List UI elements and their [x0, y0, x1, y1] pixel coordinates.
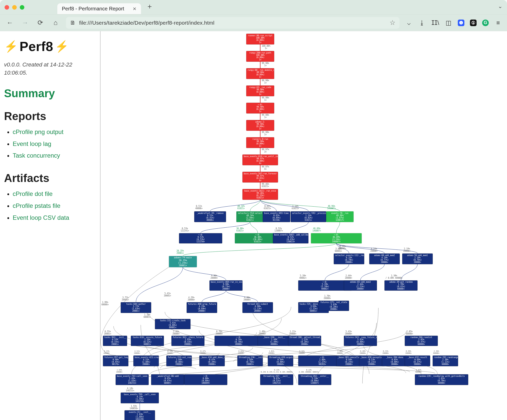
extension-grammarly-icon[interactable]: G [482, 20, 489, 26]
graph-node[interactable]: random:366:randint2.85%(0.47%)60000× [405, 336, 438, 346]
graph-node[interactable]: runners:8:run99.98%(0.00%)1× [246, 137, 274, 148]
report-link-event-loop-lag[interactable]: Event loop lag [13, 140, 51, 147]
graph-edge-label: 0.53%122241× [181, 228, 189, 232]
artifacts-heading: Artifacts [4, 172, 96, 184]
graph-edge-label: 0.55%20001× [104, 331, 111, 335]
tabs-dropdown-icon[interactable]: ⌄ [498, 3, 502, 10]
build-meta: v0.0.0. Created at 14-12-22 10:06:05. [4, 61, 80, 77]
graph-node[interactable]: ~:0:46.09%(3.54%)146007× [311, 233, 362, 243]
graph-node[interactable]: futures:375:_set_state5.03%(0.20%)20000× [319, 301, 349, 311]
graph-node[interactable]: base_events:1821:_run_once99.46%(8.33%)6… [242, 189, 278, 200]
graph-node[interactable]: tasks:963:__init__0.55%(0.55%)20001× [103, 336, 127, 346]
graph-node[interactable]: _base:432:result0.69%(0.37%)20000× [405, 356, 430, 366]
report-link-task-concurrency[interactable]: Task concurrency [13, 152, 60, 159]
graph-edge-label: 1.01%20000× [268, 350, 275, 354]
report-link-cprofile-png[interactable]: cProfile png output [13, 128, 63, 135]
graph-edge-label: 40.34%61021× [237, 205, 245, 210]
graph-node[interactable]: ~:0:0.53%(0.53%)122250× [179, 233, 222, 243]
close-window-dot[interactable] [5, 5, 9, 10]
graph-node[interactable]: ~:0:0.80%(0.80%)180009× [184, 374, 227, 385]
graph-node[interactable]: tasks:616:_ensure_future1.16%(0.52%)6000… [131, 336, 164, 346]
home-button[interactable]: ⌂ [51, 18, 60, 28]
library-icon[interactable]: ⵊⵊ\ [431, 19, 439, 27]
graph-node[interactable]: _weakrefset:86:add0.65%(0.47%)60005× [151, 374, 184, 385]
artifact-link-pstats[interactable]: cProfile pstats file [13, 202, 60, 209]
graph-edge-label: 1.80%20000× [337, 350, 343, 354]
back-button[interactable]: ← [5, 18, 15, 28]
graph-edge-label: 99.46%61021× [262, 183, 269, 188]
graph-node[interactable]: random:292:randrange2.38%(1.11%)60000× [433, 356, 458, 366]
graph-node[interactable]: runpy:200:run_path100.00%(0.00%)1× [246, 51, 274, 62]
graph-node[interactable]: threading:264:__enter__3.19%(0.88%)12000… [298, 374, 331, 385]
graph-node[interactable]: base_events:769:_call_soon4.14%(1.98%)14… [121, 393, 159, 403]
graph-node[interactable]: futures:297:get_loop0.98%(0.45%)80176× [103, 356, 128, 366]
graph-node[interactable]: ademo:65:add_mem32.44%(1.53%)20000× [344, 280, 377, 291]
summary-link[interactable]: Summary [4, 87, 96, 100]
minimize-window-dot[interactable] [12, 5, 17, 10]
artifact-link-csv[interactable]: Event loop CSV data [13, 214, 69, 221]
graph-node[interactable]: base_events:567:run_forever99.97%(0.01%)… [242, 172, 278, 182]
graph-node[interactable]: threading:428:acquire0.94%(0.80%)20004× [268, 356, 293, 366]
artifact-link-dot[interactable]: cProfile dot file [13, 190, 53, 197]
graph-node[interactable]: base_events:610:run_until_complete99.97%… [242, 155, 278, 165]
browser-tab[interactable]: Perf8 - Performance Report ✕ [57, 3, 141, 14]
graph-node[interactable]: random:239:_randbelow_with_getrandbits1.… [415, 374, 468, 385]
graph-edge-label: 0.52%120007× [274, 228, 283, 232]
graph-node[interactable]: base_events:743:call_soon5.03%(1.63%)140… [116, 374, 149, 385]
hamburger-menu-icon[interactable]: ≡ [494, 19, 502, 27]
close-tab-icon[interactable]: ✕ [133, 6, 136, 12]
downloads-icon[interactable]: ⭳ [418, 19, 426, 27]
graph-node[interactable]: futures:400:wrap_future4.29%(0.60%)20000… [187, 302, 217, 313]
graph-node[interactable]: base_events:804:run_in_executor9.98%(0.7… [209, 280, 242, 291]
graph-node[interactable]: _base:394:done0.85%(0.80%)20000× [382, 356, 407, 366]
graph-node[interactable]: base_events:693:time0.62%(0.44%)81158× [263, 211, 290, 222]
graph-edge-label: 0.76%20000× [216, 331, 223, 335]
graph-edge-label: 0.99%20000× [405, 350, 412, 354]
graph-node[interactable]: futures:363:_chain_future2.83%(0.43%)200… [171, 336, 204, 346]
graph-node[interactable]: futures:343:_copy_future_state5.43%(0.80… [344, 336, 377, 346]
extension-1password-icon[interactable]: ❶ [458, 20, 464, 26]
graph-node[interactable]: threading:267:__exit__0.67%(0.52%)140253… [260, 374, 293, 385]
graph-node[interactable]: ademo:60:add_mem24.24%(0.77%)20000× [369, 254, 400, 264]
graph-node[interactable]: base_events:1803:_add_callback0.52%(0.43… [273, 233, 308, 243]
graph-node[interactable]: _base:330:__init__1.49%(1.49%)40000× [258, 336, 291, 346]
address-bar[interactable]: 🗎 file:///Users/tarekziade/Dev/perf8/per… [66, 17, 399, 29]
call-graph[interactable]: runner:90:run_script100.00%(0.00%)1×100.… [100, 31, 507, 420]
graph-node[interactable]: _base:420:exception0.53%(0.21%)20000× [359, 356, 384, 366]
graph-node[interactable]: thread:180:_adjust_thread_count1.21%(0.2… [288, 336, 321, 346]
graph-node[interactable]: ~:0:5.39%(5.39%)40002× [298, 280, 352, 291]
graph-node[interactable]: ademo:79:main20.35%(1.25%)20001× [169, 256, 197, 267]
graph-node[interactable]: tasks:684:gather3.72%(1.63%)20001× [121, 302, 151, 313]
pocket-icon[interactable]: ⌵ [405, 19, 413, 27]
graph-node[interactable]: ~:0:99.98%(0.00%)1× [246, 103, 274, 113]
graph-node[interactable]: ademo:39:get_random1.39%(0.42%)60000× [384, 280, 417, 291]
sidebar-toggle-icon[interactable]: ◫ [445, 19, 452, 27]
graph-node[interactable]: tasks:331:create_task5.41%(0.88%)60001× [155, 319, 190, 329]
reload-button[interactable]: ⟳ [36, 18, 45, 28]
graph-node[interactable]: thread:161:submit4.98%(1.13%)20000× [242, 302, 273, 313]
graph-node[interactable]: selector_events:112:_read_from_self6.33%… [334, 254, 364, 264]
new-tab-button[interactable]: ＋ [146, 2, 153, 11]
graph-node[interactable]: selectors:554:select40.34%(2.94%)61021× [236, 211, 264, 222]
graph-edge-label: 1.99%60006× [101, 301, 109, 306]
zoom-window-dot[interactable] [20, 5, 24, 10]
url-text: file:///Users/tarekziade/Dev/perf8/perf8… [79, 20, 386, 26]
extension-dark-icon[interactable]: ① [470, 20, 477, 26]
bookmark-star-icon[interactable]: ☆ [390, 19, 395, 27]
graph-node[interactable]: threading:236:__init__1.03%(0.76%)20003× [237, 356, 263, 366]
graph-node[interactable]: _base:410:add_done_callback0.47%(0.39%)2… [199, 356, 225, 366]
graph-node[interactable]: selector_events:592:_process_events1.14%… [291, 211, 326, 222]
graph-node[interactable]: _base:383:cancelled0.94%(0.25%)20000× [336, 356, 362, 366]
graph-node[interactable]: runpy:60:_run_module_code99.98%(0.00%)1× [246, 68, 274, 79]
graph-node[interactable]: runpy:63:_run_code99.98%(0.00%)1× [246, 86, 274, 96]
graph-node[interactable]: base_events:421:create_fut…4.51%(2.08%)2… [133, 356, 159, 366]
graph-node[interactable]: ~:0:0.76%(0.76%)20000× [215, 336, 263, 346]
graph-node[interactable]: events:31:__init__1.93%(1.66%)142220× [125, 410, 155, 420]
graph-node[interactable]: events:78:_run48.96%(1.87%)120017× [326, 211, 354, 222]
graph-edge-label: 2.44%20000× [345, 275, 352, 279]
graph-node[interactable]: runner:90:run_script100.00%(0.00%)1× [246, 34, 274, 44]
graph-node[interactable]: _weakrefset:39:_remove0.51%(0.41%)40006× [194, 211, 226, 222]
graph-node[interactable]: ademo:56:add_mem12.18%(0.76%)20000× [402, 254, 433, 264]
graph-node[interactable]: ademo:1:99.98%(0.00%)1× [246, 120, 274, 131]
graph-node[interactable]: futures:153:set_result1.84%(0.86%)20000× [166, 356, 192, 366]
